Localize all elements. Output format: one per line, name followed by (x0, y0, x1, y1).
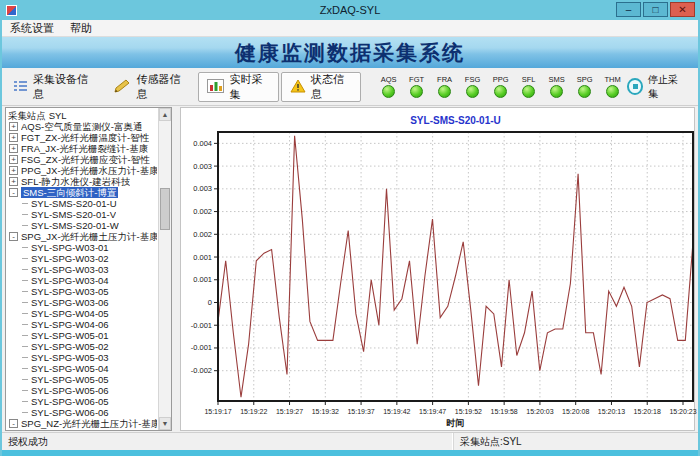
tree-item-label[interactable]: AQS-空气质量监测仪-富奥通 (21, 121, 142, 132)
menu-item-0[interactable]: 系统设置 (2, 20, 62, 37)
tree-item-label[interactable]: SYL-SPG-W05-01 (31, 330, 109, 341)
expand-icon[interactable]: + (9, 133, 18, 142)
expand-icon[interactable]: + (9, 155, 18, 164)
collapse-icon[interactable]: - (9, 232, 18, 241)
tree-item-label-selected[interactable]: SMS-三向倾斜计-博置 (21, 187, 118, 198)
tree-branch-line (22, 401, 28, 402)
status-bar: 授权成功 采集站点:SYL (2, 432, 698, 450)
tree-branch-line (22, 280, 28, 281)
tree-scrollbar[interactable]: ▲ ▼ (158, 108, 171, 430)
indicator-label: SPG (571, 75, 599, 84)
collapse-icon[interactable]: - (9, 188, 18, 197)
tree-item[interactable]: SYL-SPG-W06-05 (8, 396, 157, 407)
toolbar-button-2[interactable]: 实时采集 (198, 72, 279, 102)
tree-item-label[interactable]: SPG_JX-光纤光栅土压力计-基康 (21, 231, 157, 242)
tree-item[interactable]: -SPG_NZ-光纤光栅土压力计-基康 (8, 418, 157, 429)
tree-item-label[interactable]: SYL-SPG-W01-01 (31, 429, 109, 430)
expand-icon[interactable]: + (9, 166, 18, 175)
tree-item-label[interactable]: SYL-SPG-W05-04 (31, 363, 109, 374)
tree-root[interactable]: 采集站点 SYL (8, 110, 157, 121)
tree-item-label[interactable]: SYL-SPG-W06-06 (31, 407, 109, 418)
y-tick-label: 0.002 (193, 230, 212, 239)
tree-item-label[interactable]: SYL-SPG-W03-04 (31, 275, 109, 286)
tree-item[interactable]: +SFL-静力水准仪-建岩科技 (8, 176, 157, 187)
x-tick-label: 15:20:18 (634, 408, 661, 415)
tree-item[interactable]: SYL-SPG-W05-04 (8, 363, 157, 374)
green-led-icon (606, 85, 619, 98)
menu-item-1[interactable]: 帮助 (62, 20, 100, 37)
x-tick-label: 15:19:58 (491, 408, 518, 415)
expand-icon[interactable]: + (9, 122, 18, 131)
tree-item[interactable]: SYL-SPG-W05-01 (8, 330, 157, 341)
tree-item[interactable]: SYL-SPG-W03-01 (8, 242, 157, 253)
tree-item[interactable]: -SMS-三向倾斜计-博置 (8, 187, 157, 198)
tree-item-label[interactable]: SYL-SMS-S20-01-W (31, 220, 119, 231)
tree-item[interactable]: SYL-SMS-S20-01-V (8, 209, 157, 220)
collapse-icon[interactable]: - (9, 419, 18, 428)
tree-item[interactable]: -SPG_JX-光纤光栅土压力计-基康 (8, 231, 157, 242)
tree-item[interactable]: SYL-SMS-S20-01-W (8, 220, 157, 231)
scroll-up-icon[interactable]: ▲ (159, 108, 171, 121)
toolbar-button-0[interactable]: 采集设备信息 (4, 72, 103, 102)
tree-item-label[interactable]: SYL-SMS-S20-01-V (31, 209, 116, 220)
tree-item-label[interactable]: SYL-SPG-W05-05 (31, 374, 109, 385)
status-warning-icon (290, 79, 306, 95)
tree-item-label[interactable]: SPG_NZ-光纤光栅土压力计-基康 (21, 418, 157, 429)
tree-item-label[interactable]: PPG_JX-光纤光栅水压力计-基康 (21, 165, 157, 176)
tree-item-label[interactable]: SYL-SPG-W03-05 (31, 286, 109, 297)
tree-item-label[interactable]: SYL-SPG-W04-05 (31, 308, 109, 319)
tree-item-label[interactable]: SYL-SMS-S20-01-U (31, 198, 117, 209)
x-tick-label: 15:19:42 (383, 408, 410, 415)
tree-item[interactable]: SYL-SPG-W04-06 (8, 319, 157, 330)
tree-item[interactable]: SYL-SPG-W06-06 (8, 407, 157, 418)
tree-branch-line (22, 346, 28, 347)
tree-item[interactable]: SYL-SPG-W01-01 (8, 429, 157, 430)
expand-icon[interactable]: + (9, 144, 18, 153)
y-tick-label: 0.003 (193, 184, 212, 193)
tree-item-label[interactable]: SYL-SPG-W03-01 (31, 242, 109, 253)
tree-item[interactable]: SYL-SPG-W05-06 (8, 385, 157, 396)
tree-branch-line (22, 368, 28, 369)
tree-item-label[interactable]: FGT_ZX-光纤光栅温度计-智性 (21, 132, 149, 143)
tree-item-label[interactable]: FRA_JX-光纤光栅裂缝计-基康 (21, 143, 148, 154)
close-button[interactable]: ✕ (670, 2, 695, 17)
indicator-PPG: PPG (487, 75, 515, 98)
tree-item[interactable]: SYL-SPG-W03-04 (8, 275, 157, 286)
toolbar-button-label: 实时采集 (229, 72, 270, 102)
indicator-SFL: SFL (515, 75, 543, 98)
tree-item[interactable]: +FSG_ZX-光纤光栅应变计-智性 (8, 154, 157, 165)
tree-item[interactable]: +AQS-空气质量监测仪-富奥通 (8, 121, 157, 132)
maximize-button[interactable]: □ (643, 2, 668, 17)
tree-item[interactable]: SYL-SPG-W05-02 (8, 341, 157, 352)
tree-item-label[interactable]: SYL-SPG-W05-02 (31, 341, 109, 352)
tree-item-label[interactable]: SFL-静力水准仪-建岩科技 (21, 176, 130, 187)
stop-collect-button[interactable]: 停止采集 (627, 73, 686, 101)
expand-icon[interactable]: + (9, 177, 18, 186)
scroll-thumb[interactable] (160, 188, 170, 230)
tree-item[interactable]: SYL-SPG-W03-05 (8, 286, 157, 297)
toolbar-button-1[interactable]: 传感器信息 (105, 72, 196, 102)
toolbar-button-3[interactable]: 状态信息 (281, 72, 361, 102)
tree-item[interactable]: +FRA_JX-光纤光栅裂缝计-基康 (8, 143, 157, 154)
tree-item-label[interactable]: SYL-SPG-W05-06 (31, 385, 109, 396)
minimize-button[interactable]: – (616, 2, 641, 17)
tree-item-label[interactable]: SYL-SPG-W06-05 (31, 396, 109, 407)
tree-item-label[interactable]: FSG_ZX-光纤光栅应变计-智性 (21, 154, 150, 165)
tree-item[interactable]: SYL-SPG-W04-05 (8, 308, 157, 319)
tree-item-label[interactable]: SYL-SPG-W03-06 (31, 297, 109, 308)
tree-item[interactable]: SYL-SPG-W03-06 (8, 297, 157, 308)
indicator-FRA: FRA (431, 75, 459, 98)
tree-item[interactable]: SYL-SPG-W05-03 (8, 352, 157, 363)
scroll-down-icon[interactable]: ▼ (159, 417, 171, 430)
tree-branch-line (22, 269, 28, 270)
tree-item[interactable]: SYL-SPG-W05-05 (8, 374, 157, 385)
tree-item[interactable]: SYL-SPG-W03-03 (8, 264, 157, 275)
tree-item-label[interactable]: SYL-SPG-W04-06 (31, 319, 109, 330)
tree-item[interactable]: SYL-SPG-W03-02 (8, 253, 157, 264)
tree-item-label[interactable]: SYL-SPG-W05-03 (31, 352, 109, 363)
tree-item[interactable]: +FGT_ZX-光纤光栅温度计-智性 (8, 132, 157, 143)
tree-item-label[interactable]: SYL-SPG-W03-02 (31, 253, 109, 264)
tree-item-label[interactable]: SYL-SPG-W03-03 (31, 264, 109, 275)
tree-item[interactable]: +PPG_JX-光纤光栅水压力计-基康 (8, 165, 157, 176)
tree-item[interactable]: SYL-SMS-S20-01-U (8, 198, 157, 209)
